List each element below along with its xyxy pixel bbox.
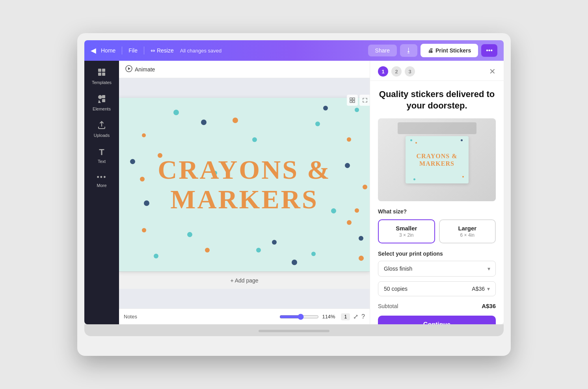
add-page-button[interactable]: + Add page — [230, 277, 258, 284]
uploads-icon — [97, 121, 106, 131]
finish-select[interactable]: Gloss finish Matte finish — [378, 261, 496, 277]
panel-title: Quality stickers delivered to your doors… — [378, 89, 496, 111]
svg-rect-6 — [102, 99, 105, 102]
canvas-expand-button[interactable] — [359, 95, 370, 106]
svg-rect-9 — [353, 98, 355, 100]
print-stickers-button[interactable]: 🖨 Print Stickers — [421, 44, 478, 57]
svg-rect-0 — [98, 69, 101, 72]
animate-button[interactable]: Animate — [125, 65, 155, 73]
copies-price: A$36 ▾ — [472, 286, 490, 292]
share-button[interactable]: Share — [368, 45, 397, 56]
sidebar-item-text[interactable]: T Text — [87, 143, 117, 168]
help-icon: ? — [361, 313, 365, 320]
home-button[interactable]: Home — [101, 47, 115, 54]
size-smaller-name: Smaller — [383, 225, 430, 232]
svg-rect-10 — [350, 101, 352, 103]
more-options-button[interactable]: ••• — [481, 44, 497, 57]
svg-rect-5 — [102, 95, 105, 98]
download-button[interactable]: ⭳ — [400, 44, 417, 57]
copies-chevron-icon: ▾ — [487, 286, 490, 292]
svg-point-4 — [98, 95, 102, 99]
canvas-container: CRAYONS & MARKERS — [119, 98, 370, 271]
sidebar-item-templates[interactable]: Templates — [87, 64, 117, 89]
sticker-preview-image: CRAYONS & MARKERS — [406, 136, 469, 183]
size-option-larger[interactable]: Larger 6 × 4in — [439, 219, 496, 243]
file-menu[interactable]: File — [128, 47, 138, 54]
copies-price-value: A$36 — [472, 286, 485, 292]
size-options: Smaller 3 × 2in Larger 6 × 4in — [378, 219, 496, 243]
continue-button[interactable]: Continue — [378, 316, 496, 324]
svg-rect-8 — [350, 98, 352, 100]
templates-label: Templates — [92, 80, 112, 85]
templates-icon — [97, 68, 106, 79]
panel-preview: CRAYONS & MARKERS — [378, 118, 496, 201]
right-panel: 1 2 3 ✕ Quality stickers delivered to yo… — [370, 61, 504, 324]
more-label: More — [97, 183, 106, 188]
download-icon: ⭳ — [406, 47, 412, 54]
back-icon[interactable]: ◀ — [91, 46, 96, 55]
sidebar: Templates Elements Uploads T Text — [84, 61, 119, 324]
uploads-label: Uploads — [94, 133, 110, 138]
text-icon: T — [99, 147, 104, 157]
panel-steps: 1 2 3 — [378, 66, 415, 77]
page-number-button[interactable]: 1 — [341, 313, 350, 320]
printer-icon: 🖨 — [428, 47, 433, 54]
size-larger-name: Larger — [444, 225, 491, 232]
animate-bar: Animate — [119, 61, 370, 78]
laptop-base — [84, 324, 504, 336]
animate-icon — [125, 65, 132, 73]
size-option-smaller[interactable]: Smaller 3 × 2in — [378, 219, 435, 243]
notes-button[interactable]: Notes — [124, 314, 137, 320]
preview-title: CRAYONS & MARKERS — [417, 152, 458, 167]
fullscreen-button[interactable]: ⤢ — [353, 313, 358, 320]
subtotal-label: Subtotal — [378, 303, 398, 309]
panel-body: Quality stickers delivered to your doors… — [370, 81, 504, 324]
zoom-slider[interactable] — [279, 314, 319, 320]
topbar: ◀ Home File ⇔ Resize All changes saved S… — [84, 40, 504, 61]
help-button[interactable]: ? — [361, 313, 365, 320]
animate-label: Animate — [135, 66, 155, 73]
size-larger-dim: 6 × 4in — [444, 232, 491, 238]
fullscreen-icon: ⤢ — [353, 313, 358, 320]
subtotal-amount: A$36 — [482, 303, 496, 309]
canvas-title-line1: CRAYONS & — [158, 155, 331, 185]
subtotal-row: Subtotal A$36 — [378, 303, 496, 309]
resize-label: Resize — [157, 47, 174, 54]
svg-rect-1 — [102, 69, 105, 72]
elements-label: Elements — [93, 107, 111, 111]
panel-close-button[interactable]: ✕ — [489, 67, 496, 76]
topbar-divider2 — [144, 47, 144, 54]
finish-select-wrapper: Gloss finish Matte finish ▾ — [378, 261, 496, 277]
canvas[interactable]: CRAYONS & MARKERS — [119, 98, 370, 271]
sidebar-item-uploads[interactable]: Uploads — [87, 117, 117, 142]
svg-rect-2 — [98, 73, 101, 76]
topbar-divider — [122, 47, 122, 54]
saved-status: All changes saved — [180, 48, 222, 54]
zoom-controls: 114% — [279, 314, 338, 320]
sidebar-item-more[interactable]: ••• More — [87, 169, 117, 192]
more-sidebar-icon: ••• — [97, 173, 107, 181]
resize-icon: ⇔ — [151, 47, 155, 54]
svg-rect-3 — [102, 73, 105, 76]
add-page-bar: + Add page — [119, 271, 370, 289]
resize-button[interactable]: ⇔ Resize — [151, 47, 174, 54]
size-smaller-dim: 3 × 2in — [383, 232, 430, 238]
page-number: 1 — [344, 314, 347, 320]
screen: ◀ Home File ⇔ Resize All changes saved S… — [84, 40, 504, 324]
bottom-bar: Notes 114% 1 ⤢ ? — [119, 309, 370, 324]
zoom-percentage: 114% — [322, 314, 338, 320]
step-2: 2 — [391, 66, 402, 77]
print-options-label: Select your print options — [378, 251, 496, 257]
copies-label: 50 copies — [384, 286, 472, 292]
step-3: 3 — [405, 66, 415, 77]
copies-row[interactable]: 50 copies A$36 ▾ — [378, 281, 496, 296]
panel-header: 1 2 3 ✕ — [370, 61, 504, 81]
canvas-wrapper: CRAYONS & MARKERS + Add page — [119, 78, 370, 309]
sidebar-item-elements[interactable]: Elements — [87, 90, 117, 115]
canvas-design-text: CRAYONS & MARKERS — [158, 155, 331, 214]
canvas-grid-button[interactable] — [347, 95, 358, 106]
elements-icon — [97, 94, 106, 105]
step-1: 1 — [378, 66, 388, 77]
size-label: What size? — [378, 208, 496, 215]
text-label: Text — [98, 159, 106, 164]
